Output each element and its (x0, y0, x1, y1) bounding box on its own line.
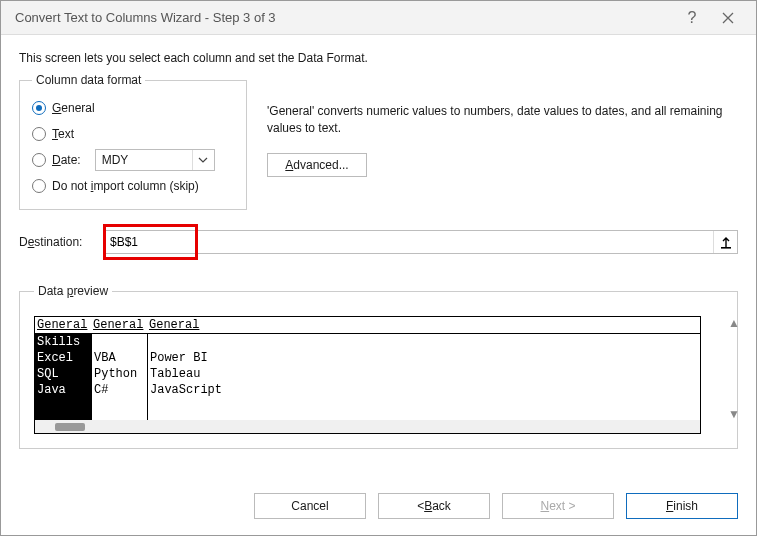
dialog-title: Convert Text to Columns Wizard - Step 3 … (15, 10, 674, 25)
radio-date[interactable]: Date: MDY (32, 147, 234, 173)
date-format-value: MDY (96, 150, 192, 170)
dialog-body: This screen lets you select each column … (1, 35, 756, 475)
cancel-button[interactable]: Cancel (254, 493, 366, 519)
radio-date-label: Date: (52, 153, 81, 167)
radio-text-label: Text (52, 127, 74, 141)
radio-general-label: General (52, 101, 95, 115)
next-button[interactable]: Next > (502, 493, 614, 519)
radio-skip-input[interactable] (32, 179, 46, 193)
radio-text-input[interactable] (32, 127, 46, 141)
dialog-buttons: Cancel < Back Next > Finish (1, 475, 756, 535)
preview-vscrollbar[interactable]: ▲ ▼ (725, 316, 743, 421)
preview-col-0[interactable]: Skills Excel SQL Java (35, 334, 91, 420)
back-button[interactable]: < Back (378, 493, 490, 519)
chevron-down-icon (192, 150, 214, 170)
preview-col-1[interactable]: VBA Python C# (91, 334, 147, 420)
radio-general[interactable]: General (32, 95, 234, 121)
close-button[interactable] (710, 4, 746, 32)
advanced-button[interactable]: Advanced... (267, 153, 367, 177)
title-bar: Convert Text to Columns Wizard - Step 3 … (1, 1, 756, 35)
range-picker-icon (719, 235, 733, 249)
format-description: 'General' converts numeric values to num… (267, 103, 738, 137)
preview-hscrollbar[interactable] (35, 420, 700, 433)
destination-label: Destination: (19, 235, 93, 249)
radio-skip-label: Do not import column (skip) (52, 179, 199, 193)
radio-date-input[interactable] (32, 153, 46, 167)
destination-row: Destination: (19, 230, 738, 254)
preview-header-1[interactable]: General (91, 317, 147, 333)
radio-text[interactable]: Text (32, 121, 234, 147)
format-description-area: 'General' converts numeric values to num… (267, 73, 738, 177)
scroll-down-icon[interactable]: ▼ (728, 407, 740, 421)
column-data-format-legend: Column data format (32, 73, 145, 87)
preview-col-2[interactable]: Power BI Tableau JavaScript (147, 334, 647, 420)
finish-button[interactable]: Finish (626, 493, 738, 519)
intro-text: This screen lets you select each column … (19, 51, 738, 65)
column-data-format-group: Column data format General Text Date: MD… (19, 73, 247, 210)
range-picker-button[interactable] (713, 231, 737, 253)
preview-header-0[interactable]: General (35, 317, 91, 333)
scroll-up-icon[interactable]: ▲ (728, 316, 740, 330)
radio-general-input[interactable] (32, 101, 46, 115)
preview-data-area: Skills Excel SQL Java VBA Python C# (35, 334, 700, 420)
dialog-window: Convert Text to Columns Wizard - Step 3 … (0, 0, 757, 536)
close-icon (722, 12, 734, 24)
format-row: Column data format General Text Date: MD… (19, 73, 738, 210)
date-format-select[interactable]: MDY (95, 149, 215, 171)
help-button[interactable]: ? (674, 4, 710, 32)
data-preview-group: Data preview General General General Ski… (19, 284, 738, 449)
destination-input[interactable] (104, 231, 713, 253)
preview-hscroll-thumb[interactable] (55, 423, 85, 431)
radio-skip[interactable]: Do not import column (skip) (32, 173, 234, 199)
preview-header-row: General General General (35, 317, 700, 334)
preview-table[interactable]: General General General Skills Excel SQL… (34, 316, 701, 434)
data-preview-legend: Data preview (34, 284, 112, 298)
advanced-row: Advanced... (267, 153, 738, 177)
destination-input-wrap (103, 230, 738, 254)
preview-header-2[interactable]: General (147, 317, 227, 333)
svg-rect-0 (721, 247, 731, 249)
